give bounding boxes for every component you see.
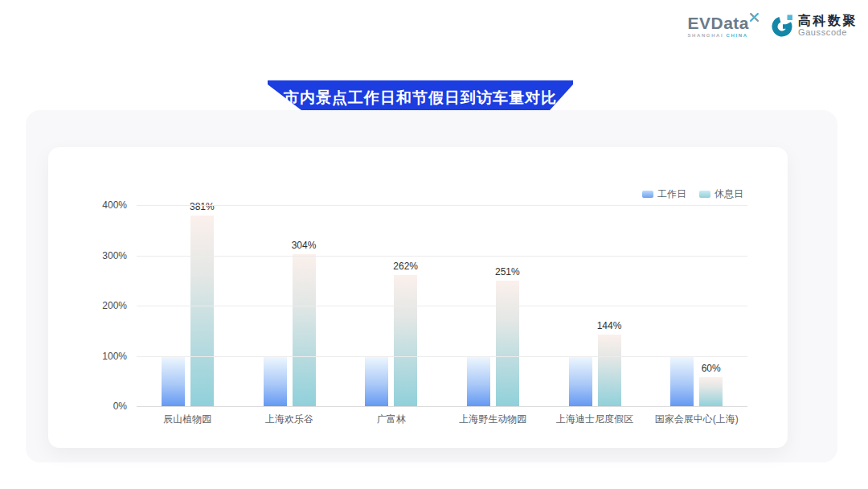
chart-legend: 工作日休息日 — [642, 187, 743, 201]
bar-value-label: 304% — [292, 240, 317, 251]
evdata-subtext: SHANGHAI CHINA — [687, 33, 747, 38]
bar-holiday — [394, 275, 417, 407]
bar-slot: 381% — [137, 206, 239, 407]
legend-swatch — [699, 191, 710, 198]
legend-label: 工作日 — [657, 187, 686, 201]
bar-value-label: 381% — [190, 201, 215, 212]
y-tick-label: 0% — [79, 401, 127, 412]
bar-workday — [365, 357, 388, 408]
bar-value-label: 60% — [702, 363, 721, 374]
bar-value-label: 251% — [495, 266, 520, 277]
x-axis-labels: 辰山植物园上海欢乐谷广富林上海野生动物园上海迪士尼度假区国家会展中心(上海) — [137, 413, 747, 426]
bar-slot: 262% — [340, 206, 442, 407]
bar-workday — [264, 357, 287, 408]
bar-holiday — [190, 216, 214, 407]
page: EVData SHANGHAI CHINA 高科数聚 Gausscode — [0, 0, 868, 489]
legend-swatch — [642, 191, 653, 198]
bar-holiday — [699, 377, 723, 408]
x-category-label: 辰山植物园 — [137, 413, 239, 426]
evdata-wordmark: EVData — [687, 14, 749, 32]
evdata-logo: EVData SHANGHAI CHINA — [687, 14, 759, 38]
bar-holiday — [293, 254, 316, 407]
bar-workday — [670, 357, 694, 408]
bar-holiday — [598, 335, 621, 407]
gausscode-cn-name: 高科数聚 — [798, 14, 858, 28]
y-tick-label: 200% — [79, 300, 127, 311]
x-category-label: 国家会展中心(上海) — [645, 413, 747, 426]
bar-slot: 60% — [645, 206, 747, 407]
bar-value-label: 262% — [393, 261, 418, 272]
legend-item-workday[interactable]: 工作日 — [642, 187, 686, 201]
bar-slots: 381%304%262%251%144%60% — [137, 206, 747, 407]
gausscode-logo: 高科数聚 Gausscode — [770, 14, 858, 38]
x-category-label: 上海野生动物园 — [442, 413, 544, 426]
bar-value-label: 144% — [597, 320, 622, 331]
x-category-label: 上海迪士尼度假区 — [544, 413, 646, 426]
legend-item-holiday[interactable]: 休息日 — [699, 187, 743, 201]
page-title: 市内景点工作日和节假日到访车量对比 — [268, 88, 573, 109]
legend-label: 休息日 — [714, 187, 743, 201]
evdata-x-icon — [750, 13, 759, 22]
bar-slot: 304% — [239, 206, 341, 407]
y-tick-label: 100% — [79, 351, 127, 362]
gridline — [137, 406, 747, 407]
bar-holiday — [496, 281, 519, 407]
gridline — [137, 356, 747, 357]
y-tick-label: 300% — [79, 250, 127, 261]
bar-slot: 251% — [442, 206, 544, 407]
plot-area: 381%304%262%251%144%60% 辰山植物园上海欢乐谷广富林上海野… — [137, 206, 747, 407]
bar-slot: 144% — [544, 206, 646, 407]
bar-workday — [162, 357, 185, 408]
bar-workday — [467, 357, 490, 408]
gridline — [137, 205, 747, 206]
gausscode-en-name: Gausscode — [798, 28, 858, 38]
gausscode-g-icon — [770, 14, 794, 38]
bar-workday — [569, 357, 592, 408]
y-tick-label: 400% — [79, 199, 127, 211]
title-banner: 市内景点工作日和节假日到访车量对比 — [268, 80, 573, 111]
x-category-label: 上海欢乐谷 — [239, 413, 341, 426]
gridline — [137, 306, 747, 306]
header-logos: EVData SHANGHAI CHINA 高科数聚 Gausscode — [687, 14, 858, 38]
chart-card: 工作日休息日 381%304%262%251%144%60% 辰山植物园上海欢乐… — [48, 147, 788, 448]
x-category-label: 广富林 — [340, 413, 442, 426]
gridline — [137, 256, 747, 257]
